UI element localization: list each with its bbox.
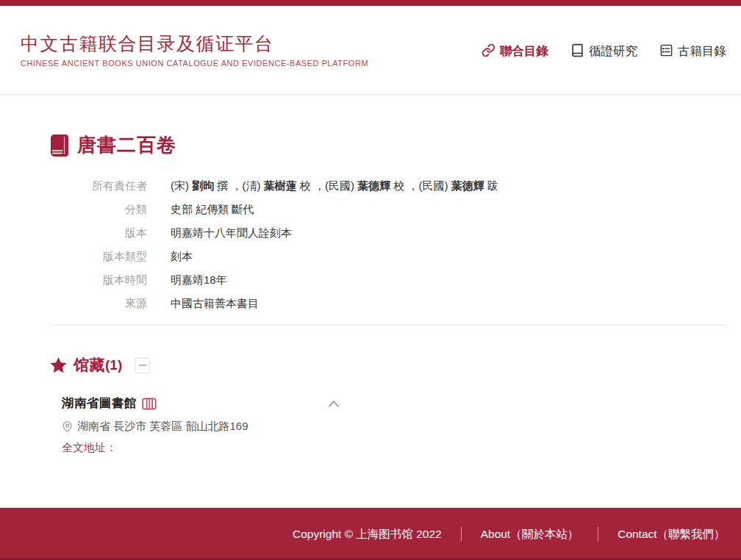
library-name: 湖南省圖書館 bbox=[62, 395, 137, 412]
library-books-icon bbox=[142, 398, 157, 410]
chevron-up-icon[interactable] bbox=[326, 398, 341, 409]
location-pin-icon bbox=[62, 420, 73, 433]
field-label: 版本類型 bbox=[50, 245, 147, 268]
footer-separator bbox=[598, 527, 598, 542]
book-icon bbox=[570, 43, 584, 60]
top-accent-bar bbox=[0, 0, 741, 6]
collapse-button[interactable] bbox=[135, 358, 150, 373]
about-link[interactable]: About（關於本站） bbox=[481, 526, 579, 542]
holdings-count: (1) bbox=[105, 357, 122, 373]
field-label: 版本 bbox=[50, 221, 147, 245]
link-icon bbox=[482, 43, 495, 60]
library-item: 湖南省圖書館 bbox=[62, 395, 341, 455]
field-value: 明嘉靖18年 bbox=[171, 268, 227, 292]
holdings-header: 馆藏(1) bbox=[50, 355, 726, 376]
field-label: 所有責任者 bbox=[50, 174, 147, 198]
field-row-source: 來源 中國古籍善本書目 bbox=[50, 292, 726, 315]
footer-separator bbox=[461, 527, 462, 542]
record-fields: 所有責任者 (宋) 劉昫 撰 ，(淸) 葉樹蓮 校 ，(民國) 葉德輝 校 ，(… bbox=[50, 174, 726, 315]
nav-item-label: 循證研究 bbox=[589, 43, 637, 60]
nav-item-ancient-catalogue[interactable]: 古籍目錄 bbox=[659, 43, 726, 60]
site-header: 中文古籍联合目录及循证平台 CHINESE ANCIENT BOOKS UNIO… bbox=[0, 6, 741, 96]
field-row-edition-type: 版本類型 刻本 bbox=[50, 245, 726, 268]
nav-item-label: 古籍目錄 bbox=[678, 43, 726, 60]
field-row-edition-date: 版本時間 明嘉靖18年 bbox=[50, 268, 726, 292]
section-divider bbox=[50, 325, 726, 326]
holdings-title: 馆藏 bbox=[74, 355, 105, 376]
field-value: 中國古籍善本書目 bbox=[171, 292, 259, 315]
field-row-responsibility: 所有責任者 (宋) 劉昫 撰 ，(淸) 葉樹蓮 校 ，(民國) 葉德輝 校 ，(… bbox=[50, 174, 726, 198]
library-name-link[interactable]: 湖南省圖書館 bbox=[62, 395, 157, 412]
field-row-edition: 版本 明嘉靖十八年聞人詮刻本 bbox=[50, 221, 726, 245]
field-label: 版本時間 bbox=[50, 268, 147, 292]
library-address: 湖南省 長沙市 芙蓉區 韶山北路169 bbox=[77, 420, 248, 434]
field-value: 明嘉靖十八年聞人詮刻本 bbox=[171, 221, 292, 245]
site-footer: Copyright © 上海图书馆 2022 About（關於本站） Conta… bbox=[0, 508, 741, 560]
library-name-row: 湖南省圖書館 bbox=[62, 395, 341, 412]
field-label: 分類 bbox=[50, 198, 147, 221]
star-icon bbox=[50, 357, 67, 373]
catalog-list-icon bbox=[659, 43, 673, 60]
site-title-zh: 中文古籍联合目录及循证平台 bbox=[21, 32, 368, 54]
nav-item-label: 聯合目錄 bbox=[500, 43, 548, 60]
copyright-text: Copyright © 上海图书馆 2022 bbox=[293, 526, 442, 542]
fulltext-label: 全文地址： bbox=[62, 441, 341, 455]
field-label: 來源 bbox=[50, 292, 147, 315]
site-logo[interactable]: 中文古籍联合目录及循证平台 CHINESE ANCIENT BOOKS UNIO… bbox=[21, 32, 368, 68]
field-value: 史部 紀傳類 斷代 bbox=[171, 198, 254, 221]
footer-content: Copyright © 上海图书馆 2022 About（關於本站） Conta… bbox=[293, 526, 726, 542]
field-value: (宋) 劉昫 撰 ，(淸) 葉樹蓮 校 ，(民國) 葉德輝 校 ，(民國) 葉德… bbox=[171, 174, 498, 198]
red-book-icon bbox=[50, 134, 69, 157]
record-header: 唐書二百卷 bbox=[50, 132, 726, 158]
record-title: 唐書二百卷 bbox=[77, 132, 176, 158]
record-page: 唐書二百卷 所有責任者 (宋) 劉昫 撰 ，(淸) 葉樹蓮 校 ，(民國) 葉德… bbox=[0, 96, 741, 508]
field-value: 刻本 bbox=[171, 245, 193, 268]
nav-item-union-catalogue[interactable]: 聯合目錄 bbox=[482, 43, 548, 60]
site-title-en: CHINESE ANCIENT BOOKS UNION CATALOGUE AN… bbox=[21, 59, 368, 68]
field-row-classification: 分類 史部 紀傳類 斷代 bbox=[50, 198, 726, 221]
contact-link[interactable]: Contact（聯繫我們） bbox=[618, 526, 725, 542]
library-address-row: 湖南省 長沙市 芙蓉區 韶山北路169 bbox=[62, 420, 341, 434]
nav-item-evidence-research[interactable]: 循證研究 bbox=[570, 43, 637, 60]
main-nav: 聯合目錄 循證研究 古籍目錄 bbox=[482, 43, 726, 60]
